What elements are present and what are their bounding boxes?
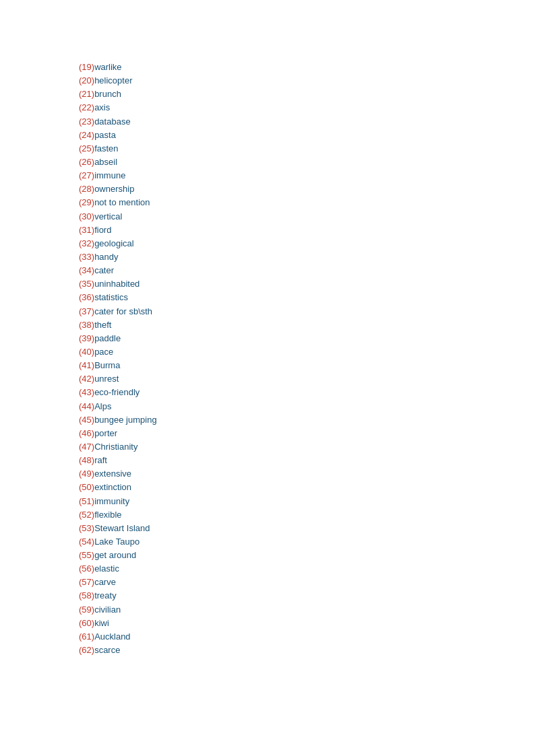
vocabulary-list: (19)warlike(20)helicopter(21)brunch(22)a… <box>0 0 535 657</box>
item-text: scarce <box>94 645 120 655</box>
list-item: (62)scarce <box>79 644 535 657</box>
item-text: cater <box>94 265 114 275</box>
item-number: (57) <box>79 577 94 587</box>
item-number: (46) <box>79 428 94 438</box>
item-text: eco-friendly <box>94 387 139 397</box>
item-text: Burma <box>94 360 120 370</box>
item-number: (33) <box>79 252 94 262</box>
item-number: (27) <box>79 170 94 180</box>
item-text: paddle <box>94 333 121 343</box>
list-item: (42)unrest <box>79 372 535 386</box>
list-item: (33)handy <box>79 250 535 264</box>
list-item: (60)kiwi <box>79 617 535 630</box>
item-text: civilian <box>94 605 121 615</box>
item-number: (56) <box>79 563 94 574</box>
item-number: (55) <box>79 550 94 560</box>
item-number: (58) <box>79 590 94 600</box>
item-text: helicopter <box>94 75 132 85</box>
list-item: (58)treaty <box>79 589 535 603</box>
item-text: extinction <box>94 482 131 492</box>
item-text: not to mention <box>94 197 150 207</box>
list-item: (24)pasta <box>79 129 535 142</box>
item-number: (42) <box>79 374 94 384</box>
list-item: (56)elastic <box>79 562 535 576</box>
item-number: (22) <box>79 102 94 112</box>
item-text: carve <box>94 577 116 587</box>
item-number: (54) <box>79 537 94 547</box>
list-item: (50)extinction <box>79 481 535 494</box>
list-item: (31)fiord <box>79 224 535 237</box>
item-text: abseil <box>94 157 117 167</box>
list-item: (36)statistics <box>79 291 535 304</box>
item-number: (62) <box>79 645 94 655</box>
list-item: (46)porter <box>79 427 535 440</box>
item-number: (19) <box>79 62 94 72</box>
list-item: (53)Stewart Island <box>79 522 535 535</box>
item-text: Lake Taupo <box>94 537 139 547</box>
item-number: (26) <box>79 157 94 167</box>
item-text: extensive <box>94 469 131 479</box>
list-item: (52)flexible <box>79 508 535 522</box>
list-item: (47)Christianity <box>79 440 535 454</box>
item-number: (51) <box>79 496 94 506</box>
list-item: (19)warlike <box>79 61 535 74</box>
item-text: fiord <box>94 225 111 235</box>
list-item: (41)Burma <box>79 359 535 372</box>
item-text: pace <box>94 347 113 357</box>
item-number: (40) <box>79 347 94 357</box>
item-text: flexible <box>94 510 121 520</box>
item-text: Stewart Island <box>94 523 150 533</box>
item-text: elastic <box>94 563 119 574</box>
list-item: (40)pace <box>79 345 535 359</box>
item-text: vertical <box>94 211 122 221</box>
item-number: (28) <box>79 184 94 194</box>
item-number: (52) <box>79 510 94 520</box>
list-item: (54)Lake Taupo <box>79 535 535 549</box>
item-text: cater for sb\sth <box>94 306 152 316</box>
list-item: (27)immune <box>79 169 535 182</box>
list-item: (20)helicopter <box>79 74 535 88</box>
list-item: (59)civilian <box>79 603 535 617</box>
item-number: (31) <box>79 225 94 235</box>
list-item: (48)raft <box>79 454 535 467</box>
item-text: unrest <box>94 374 119 384</box>
item-text: Auckland <box>94 631 130 642</box>
item-text: brunch <box>94 89 121 99</box>
item-number: (45) <box>79 415 94 425</box>
item-text: axis <box>94 102 110 112</box>
list-item: (22)axis <box>79 101 535 114</box>
item-text: treaty <box>94 590 117 600</box>
item-number: (44) <box>79 401 94 411</box>
item-number: (21) <box>79 89 94 99</box>
item-text: ownership <box>94 184 134 194</box>
item-number: (29) <box>79 197 94 207</box>
item-number: (47) <box>79 442 94 452</box>
item-text: porter <box>94 428 117 438</box>
list-item: (30)vertical <box>79 210 535 224</box>
item-number: (23) <box>79 116 94 127</box>
item-number: (32) <box>79 238 94 248</box>
item-text: Alps <box>94 401 111 411</box>
item-number: (25) <box>79 143 94 153</box>
item-text: kiwi <box>94 618 109 628</box>
item-text: fasten <box>94 143 118 153</box>
list-item: (45)bungee jumping <box>79 413 535 427</box>
item-number: (59) <box>79 605 94 615</box>
item-number: (53) <box>79 523 94 533</box>
list-item: (25)fasten <box>79 142 535 156</box>
list-item: (38)theft <box>79 318 535 332</box>
item-text: immunity <box>94 496 129 506</box>
list-item: (37)cater for sb\sth <box>79 305 535 318</box>
item-text: get around <box>94 550 136 560</box>
item-number: (20) <box>79 75 94 85</box>
item-number: (30) <box>79 211 94 221</box>
list-item: (44)Alps <box>79 400 535 413</box>
item-text: pasta <box>94 130 116 140</box>
list-item: (43)eco-friendly <box>79 386 535 399</box>
item-text: Christianity <box>94 442 137 452</box>
item-text: handy <box>94 252 118 262</box>
list-item: (55)get around <box>79 549 535 562</box>
item-number: (61) <box>79 631 94 642</box>
item-number: (36) <box>79 292 94 302</box>
list-item: (51)immunity <box>79 495 535 508</box>
